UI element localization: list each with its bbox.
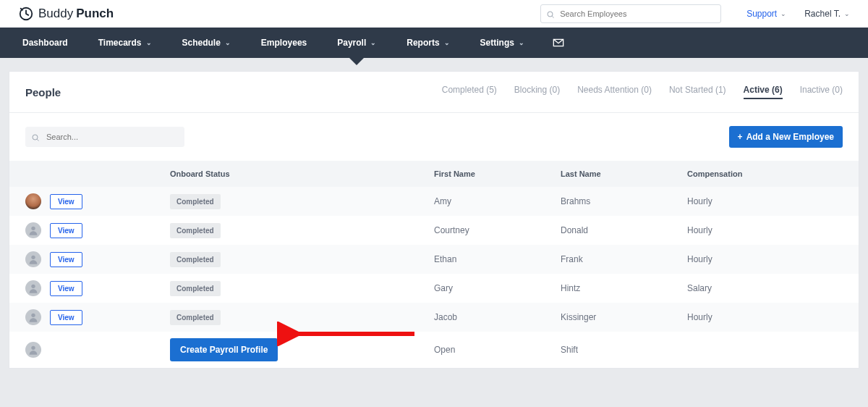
nav-item-employees[interactable]: Employees xyxy=(252,28,316,58)
avatar-placeholder-icon xyxy=(25,342,41,358)
support-link[interactable]: Support ⌄ xyxy=(746,9,786,19)
status-badge: Completed xyxy=(170,281,221,296)
cell-first-name: Jacob xyxy=(434,312,561,322)
nav-item-reports[interactable]: Reports⌄ xyxy=(397,28,459,58)
chevron-down-icon: ⌄ xyxy=(519,39,524,46)
view-button[interactable]: View xyxy=(50,223,82,238)
chevron-down-icon: ⌄ xyxy=(225,39,231,46)
status-tabs: Completed (5)Blocking (0)Needs Attention… xyxy=(442,85,843,99)
svg-point-2 xyxy=(33,135,38,140)
col-header-last: Last Name xyxy=(561,169,687,178)
status-badge: Completed xyxy=(170,223,221,238)
nav-item-label: Payroll xyxy=(337,38,366,48)
user-name: Rachel T. xyxy=(804,9,841,19)
chevron-down-icon: ⌄ xyxy=(844,10,850,17)
col-header-comp: Compensation xyxy=(687,169,843,178)
nav-item-label: Settings xyxy=(480,38,514,48)
chevron-down-icon: ⌄ xyxy=(444,39,450,46)
col-header-first: First Name xyxy=(434,169,561,178)
status-badge: Completed xyxy=(170,252,221,267)
cell-compensation: Hourly xyxy=(687,196,843,206)
chevron-down-icon: ⌄ xyxy=(780,10,786,17)
view-button[interactable]: View xyxy=(50,310,82,325)
add-employee-label: Add a New Employee xyxy=(746,132,834,142)
svg-point-7 xyxy=(31,346,35,350)
user-menu[interactable]: Rachel T. ⌄ xyxy=(804,9,850,19)
svg-point-5 xyxy=(31,285,35,288)
nav-item-label: Dashboard xyxy=(22,38,68,48)
status-tab[interactable]: Inactive (0) xyxy=(800,85,843,99)
create-payroll-profile-button[interactable]: Create Payroll Profile xyxy=(170,338,278,361)
clock-icon xyxy=(18,6,34,22)
cell-first-name: Gary xyxy=(434,283,561,293)
avatar-photo xyxy=(25,193,41,209)
status-tab[interactable]: Not Started (1) xyxy=(669,85,726,99)
cell-last-name: Kissinger xyxy=(561,312,687,322)
search-icon xyxy=(546,9,555,22)
svg-point-3 xyxy=(31,227,35,230)
mail-icon[interactable] xyxy=(553,37,564,49)
brand-text-light: Buddy xyxy=(38,7,73,21)
nav-item-schedule[interactable]: Schedule⌄ xyxy=(173,28,240,58)
status-tab[interactable]: Blocking (0) xyxy=(514,85,560,99)
nav-item-settings[interactable]: Settings⌄ xyxy=(471,28,534,58)
support-label: Support xyxy=(746,9,777,19)
svg-point-1 xyxy=(548,12,553,17)
svg-point-4 xyxy=(31,256,35,259)
brand-text-bold: Punch xyxy=(76,7,114,21)
people-panel: People Completed (5)Blocking (0)Needs At… xyxy=(9,71,859,369)
cell-last-name: Shift xyxy=(561,345,687,355)
nav-item-label: Reports xyxy=(407,38,439,48)
cell-first-name: Open xyxy=(434,345,561,355)
cell-last-name: Hintz xyxy=(561,283,687,293)
chevron-down-icon: ⌄ xyxy=(370,39,376,46)
col-header-onboard: Onboard Status xyxy=(170,169,434,178)
cell-compensation: Hourly xyxy=(687,225,843,235)
add-employee-button[interactable]: + Add a New Employee xyxy=(729,126,843,148)
search-icon xyxy=(31,132,40,145)
svg-point-6 xyxy=(31,314,35,317)
cell-last-name: Frank xyxy=(561,254,687,264)
page-title: People xyxy=(25,86,61,98)
people-search[interactable] xyxy=(25,127,184,147)
cell-compensation: Hourly xyxy=(687,254,843,264)
people-search-input[interactable] xyxy=(25,127,184,147)
table-row: ViewCompletedJacobKissingerHourly xyxy=(9,303,859,332)
cell-first-name: Courtney xyxy=(434,225,561,235)
status-tab[interactable]: Active (6) xyxy=(744,85,783,99)
table-row: ViewCompletedEthanFrankHourly xyxy=(9,245,859,274)
cell-compensation: Salary xyxy=(687,283,843,293)
nav-item-label: Timecards xyxy=(98,38,142,48)
nav-item-label: Employees xyxy=(261,38,307,48)
global-search[interactable] xyxy=(540,4,721,23)
avatar-placeholder-icon xyxy=(25,309,41,325)
cell-last-name: Brahms xyxy=(561,196,687,206)
status-tab[interactable]: Needs Attention (0) xyxy=(577,85,652,99)
avatar-placeholder-icon xyxy=(25,222,41,238)
avatar-placeholder-icon xyxy=(25,280,41,296)
view-button[interactable]: View xyxy=(50,252,82,267)
nav-item-dashboard[interactable]: Dashboard xyxy=(13,28,77,58)
view-button[interactable]: View xyxy=(50,281,82,296)
employee-table: Onboard Status First Name Last Name Comp… xyxy=(9,161,859,368)
status-badge: Completed xyxy=(170,310,221,325)
table-row: ViewCompletedGaryHintzSalary xyxy=(9,274,859,303)
cell-first-name: Amy xyxy=(434,196,561,206)
avatar-placeholder-icon xyxy=(25,251,41,267)
plus-icon: + xyxy=(738,132,743,142)
status-badge: Completed xyxy=(170,194,221,209)
nav-item-payroll[interactable]: Payroll⌄ xyxy=(328,28,386,58)
status-tab[interactable]: Completed (5) xyxy=(442,85,497,99)
nav-item-timecards[interactable]: Timecards⌄ xyxy=(89,28,161,58)
cell-compensation: Hourly xyxy=(687,312,843,322)
nav-item-label: Schedule xyxy=(182,38,221,48)
cell-first-name: Ethan xyxy=(434,254,561,264)
cell-last-name: Donald xyxy=(561,225,687,235)
chevron-down-icon: ⌄ xyxy=(146,39,152,46)
table-header-row: Onboard Status First Name Last Name Comp… xyxy=(9,161,859,187)
table-row: Create Payroll ProfileOpenShift xyxy=(9,332,859,368)
view-button[interactable]: View xyxy=(50,194,82,209)
brand-logo[interactable]: Buddy Punch xyxy=(18,6,114,22)
global-search-input[interactable] xyxy=(540,4,721,23)
table-row: ViewCompletedAmyBrahmsHourly xyxy=(9,187,859,216)
